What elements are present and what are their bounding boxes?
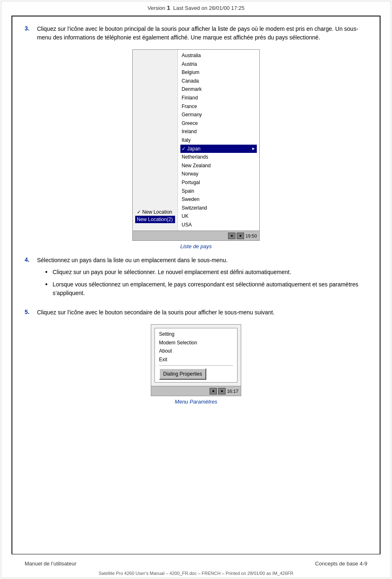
bullet-text-2: Lorsque vous sélectionnez un emplacement… xyxy=(53,280,367,298)
bullet-item-2: • Lorsque vous sélectionnez un emplaceme… xyxy=(45,280,367,298)
main-content: 3. Cliquez sur l’icône avec le bouton pr… xyxy=(25,25,367,546)
country-list-screenshot-container: ✓ New Location New Location(2) Australia… xyxy=(25,49,367,241)
taskbar-icon-1: ■ xyxy=(228,233,235,239)
left-panel-item-1: ✓ New Location xyxy=(135,208,175,216)
version-label: Version xyxy=(148,5,165,11)
bullet-dot-2: • xyxy=(45,279,53,289)
country-france: France xyxy=(180,102,257,111)
page-header: Version 1 Last Saved on 28/01/00 17:25 xyxy=(0,4,392,11)
country-list-screenshot: ✓ New Location New Location(2) Australia… xyxy=(132,49,260,241)
country-switzerland: Switzerland xyxy=(180,204,257,212)
country-netherlands: Netherlands xyxy=(180,153,257,161)
country-japan: ✓ Japan ► xyxy=(180,145,257,153)
left-panel-item-2: New Location(2) xyxy=(135,216,175,223)
footer-right: Concepts de base 4-9 xyxy=(315,561,367,567)
left-panel: ✓ New Location New Location(2) xyxy=(133,50,178,231)
country-uk: UK xyxy=(180,212,257,221)
menu-item-exit: Exit xyxy=(159,355,233,364)
country-usa: USA xyxy=(180,221,257,229)
taskbar-icon-4: ■ xyxy=(218,388,226,394)
taskbar-icon-3: ■ xyxy=(210,388,217,394)
step-5-number: 5. xyxy=(25,308,37,317)
country-norway: Norway xyxy=(180,170,257,178)
saved-label: Last Saved on 28/01/00 17:25 xyxy=(173,5,244,11)
country-column: Australia Austria Belgium Canada Denmark… xyxy=(178,50,259,231)
step-4: 4. Sélectionnez un pays dans la liste ou… xyxy=(25,256,367,301)
country-ireland: Ireland xyxy=(180,127,257,136)
step-3: 3. Cliquez sur l’icône avec le bouton pr… xyxy=(25,25,367,42)
menu-item-setting: Setting xyxy=(159,330,233,338)
country-denmark: Denmark xyxy=(180,85,257,94)
dialing-properties-button[interactable]: Dialing Properties xyxy=(159,368,206,380)
country-greece: Greece xyxy=(180,119,257,128)
bullet-item-1: • Cliquez sur un pays pour le sélectionn… xyxy=(45,268,367,277)
country-belgium: Belgium xyxy=(180,68,257,77)
step-5: 5. Cliquez sur l’icône avec le bouton se… xyxy=(25,308,367,317)
taskbar-strip-2: ■ ■ 16:17 xyxy=(151,386,241,396)
menu-item-modem-selection: Modem Selection xyxy=(159,339,233,347)
bullet-list: • Cliquez sur un pays pour le sélectionn… xyxy=(45,268,367,298)
country-italy: Italy xyxy=(180,136,257,145)
version-number: 1 xyxy=(167,4,170,11)
taskbar-clock-2: 16:17 xyxy=(227,389,238,394)
settings-menu-screenshot: Setting Modem Selection About Exit Diali… xyxy=(151,324,241,396)
step-5-text: Cliquez sur l’icône avec le bouton secon… xyxy=(37,308,367,317)
page-footer: Manuel de l’utilisateur Concepts de base… xyxy=(25,561,367,567)
step-4-text: Sélectionnez un pays dans la liste ou un… xyxy=(37,256,367,301)
print-line: Satellite Pro 4260 User’s Manual – 4200_… xyxy=(0,571,392,576)
country-sweden: Sweden xyxy=(180,195,257,204)
taskbar-clock-1: 19:50 xyxy=(245,233,257,238)
country-new-zealand: New Zealand xyxy=(180,161,257,170)
step-4-number: 4. xyxy=(25,256,37,301)
taskbar-icon-2: ■ xyxy=(237,233,244,239)
bullet-text-1: Cliquez sur un pays pour le sélectionner… xyxy=(53,268,367,277)
step-3-number: 3. xyxy=(25,25,37,42)
footer-left: Manuel de l’utilisateur xyxy=(25,561,76,567)
step-4-main-text: Sélectionnez un pays dans la liste ou un… xyxy=(37,257,228,263)
settings-menu-box: Setting Modem Selection About Exit Diali… xyxy=(154,328,238,383)
taskbar-strip-1: ■ ■ 19:50 xyxy=(133,231,259,240)
country-canada: Canada xyxy=(180,77,257,85)
country-australia: Australia xyxy=(180,51,257,60)
menu-item-about: About xyxy=(159,347,233,355)
country-portugal: Portugal xyxy=(180,178,257,187)
checkmark-1: ✓ xyxy=(137,209,141,215)
bullet-dot-1: • xyxy=(45,267,53,277)
menu-separator xyxy=(159,365,233,366)
submenu-arrow-icon: ► xyxy=(251,145,256,152)
country-spain: Spain xyxy=(180,187,257,196)
country-finland: Finland xyxy=(180,94,257,102)
caption-settings-menu: Menu Paramètres xyxy=(25,399,367,405)
caption-country-list: Liste de pays xyxy=(25,243,367,249)
country-austria: Austria xyxy=(180,60,257,69)
settings-menu-screenshot-container: Setting Modem Selection About Exit Diali… xyxy=(25,324,367,396)
step-3-text: Cliquez sur l’icône avec le bouton princ… xyxy=(37,25,367,42)
country-germany: Germany xyxy=(180,111,257,119)
